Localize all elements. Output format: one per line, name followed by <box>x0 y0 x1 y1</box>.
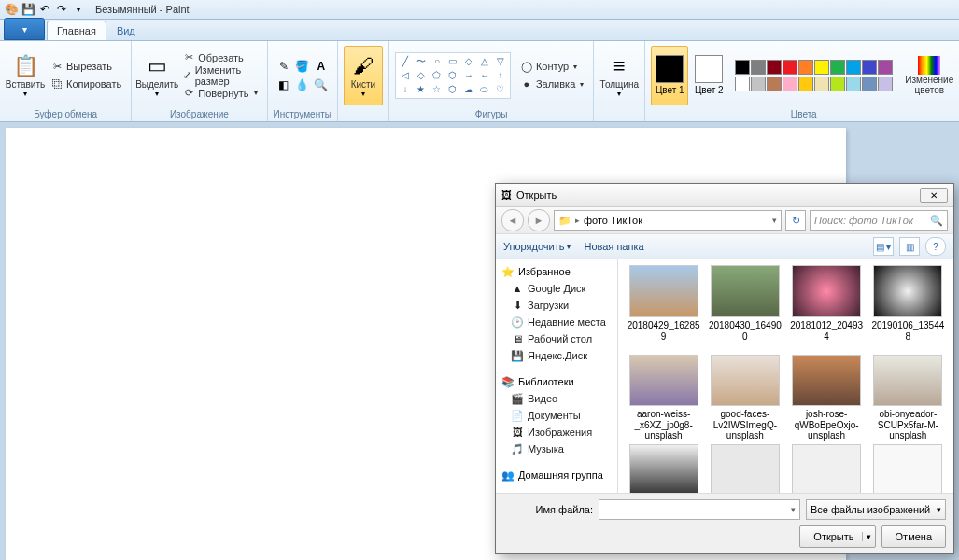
refresh-button[interactable]: ↻ <box>785 210 806 231</box>
thumbnail <box>629 444 698 493</box>
swatch[interactable] <box>830 77 845 91</box>
color1-button[interactable]: Цвет 1 <box>651 46 688 105</box>
swatch[interactable] <box>751 77 766 91</box>
file-item[interactable]: 20180430_164900 <box>705 265 784 351</box>
file-item[interactable]: obi-onyeador-SCUPx5far-M-unsplash <box>868 355 948 441</box>
swatch[interactable] <box>830 60 845 75</box>
file-menu-button[interactable]: ▾ <box>4 18 45 40</box>
tree-favorites[interactable]: ⭐Избранное <box>496 263 617 280</box>
swatch[interactable] <box>783 77 797 91</box>
qat-dropdown-icon[interactable]: ▾ <box>71 2 86 17</box>
tree-libraries[interactable]: 📚Библиотеки <box>496 373 617 390</box>
select-button[interactable]: ▭ Выделить ▾ <box>137 46 176 105</box>
swatch[interactable] <box>862 60 877 75</box>
text-tool[interactable]: A <box>313 58 330 75</box>
tree-homegroup[interactable]: 👥Домашняя группа <box>496 467 617 483</box>
swatch[interactable] <box>798 60 813 75</box>
tab-home[interactable]: Главная <box>47 21 106 40</box>
file-item[interactable]: 20181012_204934 <box>787 265 867 351</box>
redo-icon[interactable]: ↷ <box>54 2 69 17</box>
tab-view[interactable]: Вид <box>106 21 146 40</box>
file-item[interactable]: josh-rose-qWBoBpeOxjo-unsplash <box>787 355 867 441</box>
swatch[interactable] <box>735 60 750 75</box>
tree-gdrive[interactable]: ▲Google Диск <box>496 280 617 297</box>
swatch[interactable] <box>751 60 766 75</box>
edit-colors-button[interactable]: Изменение цветов <box>902 46 956 105</box>
swatch[interactable] <box>846 60 861 75</box>
close-button[interactable]: ✕ <box>920 188 948 203</box>
thumbnail <box>792 355 861 406</box>
help-button[interactable]: ? <box>925 237 946 256</box>
cancel-button[interactable]: Отмена <box>881 525 946 548</box>
filename-input[interactable]: ▾ <box>599 499 800 520</box>
tree-music[interactable]: 🎵Музыка <box>496 441 617 457</box>
paste-button[interactable]: 📋 Вставить ▾ <box>6 46 45 105</box>
eraser-tool[interactable]: ◧ <box>275 77 292 93</box>
preview-pane-button[interactable]: ▥ <box>899 237 920 256</box>
filter-combo[interactable]: Все файлы изображений▾ <box>806 499 946 520</box>
file-item[interactable]: 20190106_135448 <box>868 265 948 351</box>
tree-desktop[interactable]: 🖥Рабочий стол <box>496 330 617 347</box>
file-item[interactable]: Screenshot_20210 <box>868 444 948 493</box>
chevron-down-icon[interactable]: ▾ <box>862 532 871 541</box>
fill-tool[interactable]: 🪣 <box>294 58 311 75</box>
swatch[interactable] <box>878 77 893 91</box>
copy-button[interactable]: ⿻Копировать <box>47 76 125 92</box>
search-input[interactable]: Поиск: фото ТикТок 🔍 <box>810 210 948 231</box>
file-item[interactable]: olivier-bergeron- <box>624 444 703 493</box>
undo-icon[interactable]: ↶ <box>37 2 52 17</box>
swatch[interactable] <box>878 60 893 75</box>
rotate-button[interactable]: ⟳Повернуть▾ <box>178 85 261 102</box>
file-item[interactable]: aaron-weiss-_x6XZ_jp0g8-unsplash <box>624 355 703 441</box>
file-item[interactable]: Screenshot_20210 <box>787 444 867 493</box>
tree-documents[interactable]: 📄Документы <box>496 407 617 424</box>
swatch[interactable] <box>814 60 829 75</box>
organize-button[interactable]: Упорядочить▾ <box>503 241 571 252</box>
tree-recent[interactable]: 🕑Недавние места <box>496 314 617 330</box>
swatch[interactable] <box>814 77 829 91</box>
picker-tool[interactable]: 💧 <box>294 77 311 93</box>
chevron-down-icon[interactable]: ▾ <box>772 216 777 225</box>
crop-icon: ✂ <box>182 51 195 64</box>
color2-button[interactable]: Цвет 2 <box>690 46 727 105</box>
swatch[interactable] <box>798 77 813 91</box>
color2-swatch <box>695 55 723 83</box>
tree-videos[interactable]: 🎬Видео <box>496 390 617 407</box>
swatch[interactable] <box>767 77 782 91</box>
group-label: Цвета <box>651 107 956 121</box>
swatch[interactable] <box>783 60 797 75</box>
file-item[interactable]: Screenshot_20210 <box>705 444 784 493</box>
cut-button[interactable]: ✂Вырезать <box>47 58 125 75</box>
forward-button[interactable]: ► <box>528 209 550 231</box>
newfolder-button[interactable]: Новая папка <box>584 241 643 252</box>
group-label <box>599 107 639 121</box>
paint-icon: 🖼 <box>501 189 512 201</box>
view-button[interactable]: ▤ ▾ <box>873 237 894 256</box>
group-shapes: ╱〜○▭◇△▽ ◁◇⬠⬡→←↑ ↓★☆⬡☁⬭♡ ◯Контур▾ ●Заливк… <box>389 41 594 121</box>
tree-pictures[interactable]: 🖼Изображения <box>496 424 617 441</box>
file-name: josh-rose-qWBoBpeOxjo-unsplash <box>789 409 864 441</box>
swatch[interactable] <box>735 77 750 91</box>
swatch[interactable] <box>846 77 861 91</box>
address-bar[interactable]: 📁 ▸ фото ТикТок ▾ <box>554 210 782 231</box>
back-button[interactable]: ◄ <box>501 209 524 231</box>
open-button[interactable]: Открыть▾ <box>799 525 875 548</box>
group-label: Фигуры <box>395 107 587 121</box>
resize-button[interactable]: ⤢Изменить размер <box>178 67 261 84</box>
tabs-row: ▾ Главная Вид <box>0 20 959 41</box>
tree-yadisk[interactable]: 💾Яндекс.Диск <box>496 347 617 364</box>
shapes-gallery[interactable]: ╱〜○▭◇△▽ ◁◇⬠⬡→←↑ ↓★☆⬡☁⬭♡ <box>395 52 511 99</box>
brushes-button[interactable]: 🖌 Кисти ▾ <box>344 46 383 105</box>
swatch[interactable] <box>767 60 782 75</box>
swatch[interactable] <box>862 77 877 91</box>
pencil-tool[interactable]: ✎ <box>275 58 292 75</box>
file-item[interactable]: 20180429_162859 <box>624 265 703 351</box>
zoom-tool[interactable]: 🔍 <box>313 77 330 93</box>
outline-button[interactable]: ◯Контур▾ <box>516 58 587 75</box>
size-button[interactable]: ≡ Толщина ▾ <box>599 46 639 105</box>
save-icon[interactable]: 💾 <box>21 2 35 17</box>
fill-button[interactable]: ●Заливка▾ <box>516 76 587 92</box>
tree-downloads[interactable]: ⬇Загрузки <box>496 297 617 314</box>
dialog-body: ⭐Избранное ▲Google Диск ⬇Загрузки 🕑Недав… <box>496 259 953 493</box>
file-item[interactable]: good-faces-Lv2IWSImegQ-unsplash <box>705 355 784 441</box>
